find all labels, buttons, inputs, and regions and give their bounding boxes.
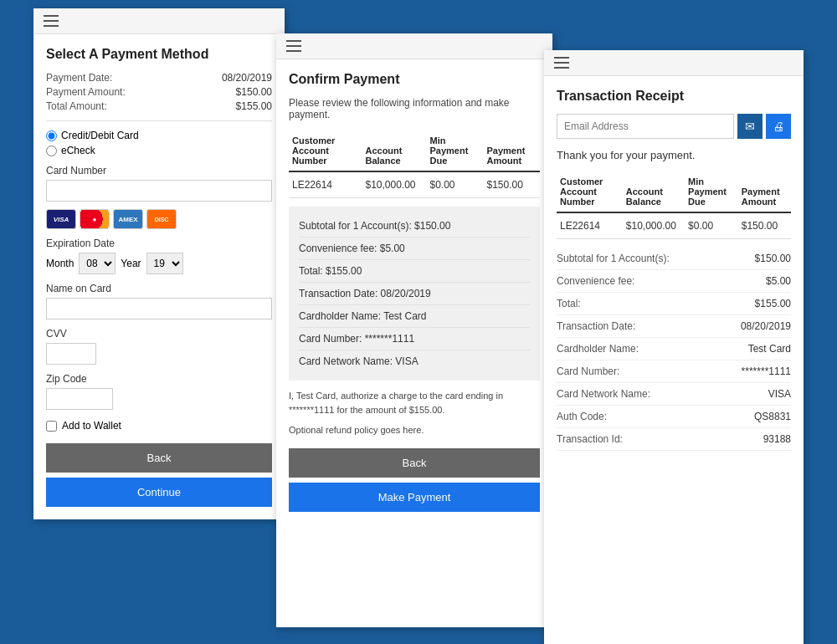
receipt-payment-amount: $150.00	[738, 212, 791, 239]
receipt-table: Customer Account Number Account Balance …	[557, 171, 791, 239]
card-number-row: Card Number: *******1111	[299, 328, 530, 350]
payment-amount-cell: $150.00	[484, 171, 541, 198]
receipt-detail-row: Auth Code: QS8831	[557, 406, 791, 428]
hamburger-icon[interactable]	[44, 15, 275, 27]
add-to-wallet-option[interactable]: Add to Wallet	[46, 420, 272, 432]
receipt-detail-label: Card Number:	[557, 365, 619, 377]
auth-text: I, Test Card, authorize a charge to the …	[289, 389, 540, 417]
transaction-date-row: Transaction Date: 08/20/2019	[299, 283, 530, 305]
receipt-col-account: Customer Account Number	[557, 171, 623, 212]
credit-card-label: Credit/Debit Card	[61, 130, 139, 141]
name-on-card-label: Name on Card	[46, 283, 272, 294]
receipt-detail-label: Convenience fee:	[557, 275, 634, 287]
total-amount-label: Total Amount:	[46, 100, 107, 112]
month-label: Month	[46, 258, 74, 269]
card-number-input[interactable]	[46, 180, 272, 202]
receipt-detail-label: Total:	[557, 298, 581, 309]
panel2-back-button[interactable]: Back	[289, 448, 540, 478]
col-account-number: Customer Account Number	[289, 130, 362, 171]
discover-icon: DISC	[146, 209, 177, 229]
echeck-label: eCheck	[61, 145, 95, 156]
receipt-details: Subtotal for 1 Account(s): $150.00 Conve…	[557, 248, 791, 451]
account-number-cell: LE22614	[289, 171, 362, 198]
year-label: Year	[121, 258, 141, 269]
panel3-title: Transaction Receipt	[557, 89, 791, 104]
col-min-payment: Min Payment Due	[427, 130, 484, 171]
receipt-detail-value: $150.00	[755, 253, 791, 264]
receipt-detail-row: Convenience fee: $5.00	[557, 270, 791, 293]
send-email-button[interactable]: ✉	[737, 114, 763, 139]
zip-code-input[interactable]	[46, 388, 113, 410]
col-account-balance: Account Balance	[362, 130, 426, 171]
confirm-summary: Subtotal for 1 Account(s): $150.00 Conve…	[289, 207, 540, 381]
receipt-account-number: LE22614	[557, 212, 623, 239]
payment-amount-value: $150.00	[236, 86, 272, 98]
confirm-table: Customer Account Number Account Balance …	[289, 130, 540, 198]
receipt-account-balance: $10,000.00	[623, 212, 685, 239]
continue-button[interactable]: Continue	[46, 478, 272, 507]
total-row: Total: $155.00	[299, 260, 530, 283]
month-select[interactable]: 08	[79, 253, 116, 274]
payment-date-value: 08/20/2019	[222, 72, 272, 84]
receipt-detail-value: $155.00	[755, 298, 791, 309]
make-payment-button[interactable]: Make Payment	[289, 483, 540, 512]
credit-card-option[interactable]: Credit/Debit Card	[46, 130, 272, 141]
convenience-fee-row: Convenience fee: $5.00	[299, 238, 530, 260]
receipt-detail-label: Card Network Name:	[557, 388, 650, 400]
echeck-radio[interactable]	[46, 146, 57, 156]
card-network-row: Card Network Name: VISA	[299, 350, 530, 372]
card-number-label: Card Number	[46, 165, 272, 176]
zip-code-label: Zip Code	[46, 373, 272, 385]
hamburger-icon-2[interactable]	[286, 40, 542, 52]
expiration-date-row: Month 08 Year 19	[46, 253, 272, 274]
mastercard-icon: ●	[80, 209, 110, 229]
thank-you-text: Thank you for your payment.	[557, 149, 791, 161]
name-on-card-input[interactable]	[46, 298, 272, 319]
receipt-detail-value: QS8831	[754, 411, 791, 422]
back-button[interactable]: Back	[46, 443, 272, 473]
transaction-receipt-panel: Transaction Receipt ✉ 🖨 Thank you for yo…	[544, 50, 804, 644]
panel2-menu-bar	[276, 33, 552, 59]
panel1-menu-bar	[33, 8, 285, 34]
visa-icon: VISA	[46, 209, 76, 229]
receipt-detail-row: Cardholder Name: Test Card	[557, 338, 791, 360]
receipt-detail-row: Subtotal for 1 Account(s): $150.00	[557, 248, 791, 270]
print-button[interactable]: 🖨	[766, 114, 791, 139]
confirm-subtitle: Please review the following information …	[289, 97, 540, 120]
receipt-detail-label: Subtotal for 1 Account(s):	[557, 253, 670, 264]
min-payment-cell: $0.00	[427, 171, 484, 198]
email-input[interactable]	[557, 114, 734, 139]
add-to-wallet-checkbox[interactable]	[46, 421, 57, 432]
receipt-detail-value: Test Card	[748, 343, 791, 355]
receipt-col-balance: Account Balance	[623, 171, 685, 212]
echeck-option[interactable]: eCheck	[46, 145, 272, 156]
receipt-min-payment: $0.00	[685, 212, 738, 239]
cvv-label: CVV	[46, 328, 272, 340]
credit-card-radio[interactable]	[46, 130, 57, 141]
year-select[interactable]: 19	[146, 253, 183, 274]
receipt-table-row: LE22614 $10,000.00 $0.00 $150.00	[557, 212, 791, 239]
confirm-table-row: LE22614 $10,000.00 $0.00 $150.00	[289, 171, 540, 198]
panel2-title: Confirm Payment	[289, 72, 540, 87]
cvv-input[interactable]	[46, 343, 96, 365]
hamburger-icon-3[interactable]	[554, 57, 793, 69]
confirm-payment-panel: Confirm Payment Please review the follow…	[276, 33, 552, 627]
account-balance-cell: $10,000.00	[362, 171, 426, 198]
receipt-detail-row: Transaction Id: 93188	[557, 428, 791, 451]
receipt-detail-label: Auth Code:	[557, 411, 607, 422]
receipt-detail-value: 08/20/2019	[741, 320, 791, 332]
receipt-detail-row: Card Number: *******1111	[557, 360, 791, 383]
receipt-col-amount: Payment Amount	[738, 171, 791, 212]
subtotal-row: Subtotal for 1 Account(s): $150.00	[299, 215, 530, 238]
payment-date-label: Payment Date:	[46, 72, 112, 84]
receipt-detail-value: $5.00	[766, 275, 791, 287]
payment-date-row: Payment Date: 08/20/2019	[46, 72, 272, 84]
card-icons-group: VISA ● AMEX DISC	[46, 209, 272, 229]
col-payment-amount: Payment Amount	[484, 130, 541, 171]
amex-icon: AMEX	[113, 209, 143, 229]
panel3-menu-bar	[544, 50, 804, 76]
receipt-detail-row: Transaction Date: 08/20/2019	[557, 315, 791, 338]
expiration-date-label: Expiration Date	[46, 238, 272, 249]
select-payment-panel: Select A Payment Method Payment Date: 08…	[33, 8, 285, 519]
payment-amount-row: Payment Amount: $150.00	[46, 86, 272, 98]
